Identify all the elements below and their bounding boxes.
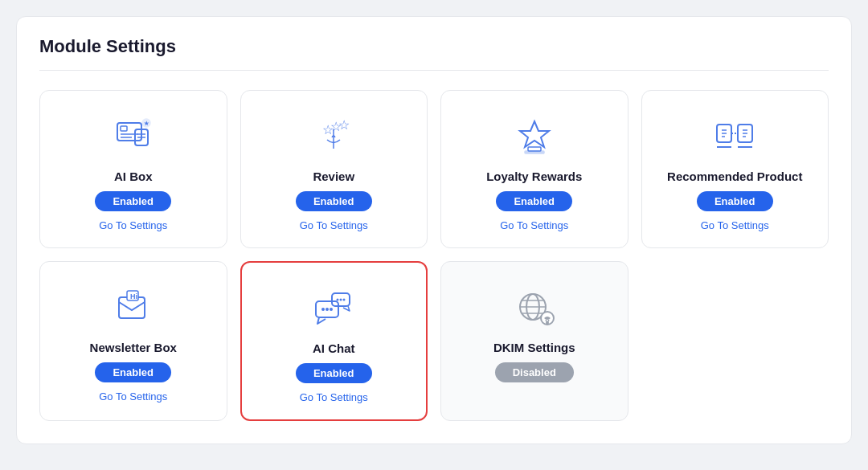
- svg-text:Hi: Hi: [130, 292, 137, 300]
- module-card-newsletter-box[interactable]: Hi Newsletter BoxEnabledGo To Settings: [39, 261, 227, 421]
- svg-point-30: [321, 308, 325, 311]
- svg-point-31: [326, 308, 329, 311]
- svg-rect-15: [525, 151, 544, 153]
- module-name-review: Review: [313, 170, 354, 183]
- settings-link-recommended-product[interactable]: Go To Settings: [701, 219, 769, 231]
- module-settings-container: Module Settings ★ AI BoxEnabledGo To Set…: [16, 16, 852, 444]
- loyalty-rewards-icon: [509, 110, 560, 161]
- settings-link-ai-box[interactable]: Go To Settings: [99, 219, 167, 231]
- svg-marker-13: [520, 121, 549, 147]
- settings-link-loyalty-rewards[interactable]: Go To Settings: [500, 219, 568, 231]
- status-badge-ai-chat[interactable]: Enabled: [296, 363, 372, 383]
- status-badge-recommended-product[interactable]: Enabled: [697, 191, 773, 211]
- svg-text:★: ★: [144, 121, 149, 126]
- ai-chat-icon: [308, 282, 359, 333]
- module-card-ai-box[interactable]: ★ AI BoxEnabledGo To Settings: [39, 90, 227, 248]
- svg-text:☆: ☆: [338, 118, 350, 132]
- modules-grid: ★ AI BoxEnabledGo To Settings ☆ ☆ ☆ Revi…: [39, 90, 829, 421]
- module-card-ai-chat[interactable]: AI ChatEnabledGo To Settings: [240, 261, 428, 421]
- status-badge-loyalty-rewards[interactable]: Enabled: [496, 191, 572, 211]
- status-badge-ai-box[interactable]: Enabled: [95, 191, 171, 211]
- module-name-dkim-settings: DKIM Settings: [493, 341, 575, 354]
- module-name-newsletter-box: Newsletter Box: [90, 341, 177, 354]
- module-name-loyalty-rewards: Loyalty Rewards: [486, 170, 582, 183]
- ai-box-icon: ★: [108, 110, 159, 161]
- svg-rect-1: [121, 126, 127, 131]
- settings-link-ai-chat[interactable]: Go To Settings: [300, 391, 368, 403]
- svg-point-34: [337, 299, 339, 301]
- svg-point-36: [343, 299, 346, 301]
- svg-point-35: [340, 299, 342, 301]
- newsletter-box-icon: Hi: [108, 281, 159, 333]
- module-card-dkim-settings[interactable]: DKIM SettingsDisabled: [440, 261, 628, 421]
- review-icon: ☆ ☆ ☆: [308, 110, 359, 161]
- module-name-recommended-product: Recommended Product: [667, 170, 802, 183]
- page-title: Module Settings: [39, 36, 829, 71]
- module-card-loyalty-rewards[interactable]: Loyalty RewardsEnabledGo To Settings: [440, 90, 628, 248]
- module-card-review[interactable]: ☆ ☆ ☆ ReviewEnabledGo To Settings: [240, 90, 428, 248]
- module-card-recommended-product[interactable]: Recommended ProductEnabledGo To Settings: [641, 90, 829, 248]
- status-badge-dkim-settings[interactable]: Disabled: [495, 362, 574, 382]
- dkim-settings-icon: [509, 281, 560, 333]
- svg-point-32: [330, 308, 333, 311]
- module-name-ai-chat: AI Chat: [313, 341, 355, 355]
- settings-link-review[interactable]: Go To Settings: [300, 219, 368, 231]
- status-badge-review[interactable]: Enabled: [296, 191, 372, 211]
- recommended-product-icon: [709, 110, 760, 161]
- settings-link-newsletter-box[interactable]: Go To Settings: [99, 390, 167, 403]
- status-badge-newsletter-box[interactable]: Enabled: [95, 362, 171, 382]
- module-name-ai-box: AI Box: [114, 170, 153, 183]
